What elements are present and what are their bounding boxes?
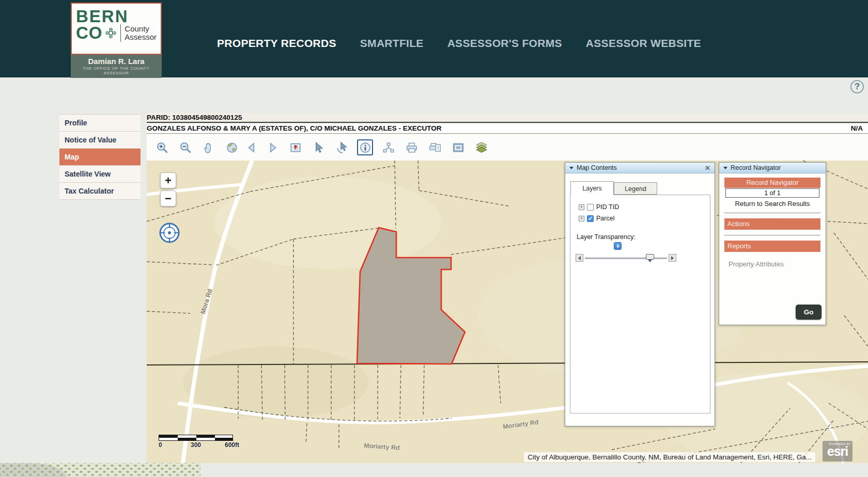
identify-icon[interactable] (334, 139, 350, 155)
sidebar-item-profile[interactable]: Profile (59, 114, 141, 131)
pan-icon[interactable] (200, 139, 216, 155)
app-root: BERN CO County (0, 0, 868, 477)
sidebar-item-satellite-view[interactable]: Satellite View (59, 165, 141, 182)
sidebar-item-map[interactable]: Map (59, 148, 141, 165)
sidebar-item-tax-calculator[interactable]: Tax Calculator (59, 182, 141, 200)
zoom-out-icon[interactable] (177, 139, 193, 155)
checkbox-pid-tid[interactable] (587, 204, 594, 211)
collapse-arrow-icon (569, 167, 574, 169)
record-navigator-body: Record Navigator Return to Search Result… (719, 173, 826, 325)
slider-right-arrow[interactable] (669, 254, 676, 262)
map-contents-header[interactable]: Map Contents ✕ (565, 163, 715, 173)
assessor-office-title: THE OFFICE OF THE COUNTY ASSESSOR (72, 66, 161, 75)
info-icon[interactable] (357, 139, 373, 155)
layers-tab-content: PID TID Parcel Layer Transparency: (570, 195, 710, 414)
owner-row: GONZALES ALFONSO & MARY A (ESTATES OF), … (147, 124, 868, 134)
zoom-in-icon[interactable] (154, 139, 170, 155)
expand-icon[interactable] (579, 216, 584, 221)
logo-divider (120, 24, 121, 42)
esri-brand: esri (823, 446, 853, 457)
next-extent-icon[interactable] (264, 139, 280, 155)
zoom-control: + − (160, 172, 176, 206)
map-contents-tabs: Layers Legend (570, 181, 715, 195)
close-icon[interactable]: ✕ (705, 164, 710, 172)
esri-logo[interactable]: POWERED BY esri (823, 441, 853, 462)
parid-row: PARID: 103804549800240125 (147, 113, 868, 123)
logo-co-text: CO (76, 24, 103, 42)
scale-bar: 0 300 600ft (159, 435, 234, 448)
nav-assessor-website[interactable]: ASSESSOR WEBSITE (586, 37, 701, 50)
export-icon[interactable] (427, 139, 443, 155)
divider (724, 235, 820, 235)
slider-handle[interactable] (646, 254, 654, 260)
scale-tick-0: 0 (159, 441, 162, 449)
bernco-logo[interactable]: BERN CO County (71, 3, 162, 78)
record-navigator-title: Record Navigator (731, 164, 781, 171)
tab-layers[interactable]: Layers (570, 181, 614, 195)
map-contents-title: Map Contents (577, 164, 617, 171)
footer-dots-pattern (0, 463, 200, 477)
zia-sun-icon (105, 26, 117, 40)
assessor-name: Damian R. Lara (72, 57, 161, 66)
checkbox-parcel[interactable] (587, 215, 594, 222)
previous-extent-icon[interactable] (244, 139, 260, 155)
logo-card-bottom: Damian R. Lara THE OFFICE OF THE COUNTY … (71, 55, 162, 78)
print-icon[interactable] (404, 139, 420, 155)
owner-right-value: N/A (851, 124, 863, 133)
full-extent-icon[interactable] (224, 139, 240, 155)
actions-section-bar[interactable]: Actions (724, 218, 820, 230)
scale-tick-300: 300 (191, 441, 201, 449)
record-navigator-panel: Record Navigator Record Navigator Return… (719, 162, 826, 325)
layer-label-parcel: Parcel (596, 215, 614, 222)
property-attributes-link[interactable]: Property Attributes (729, 260, 820, 268)
layer-row-parcel: Parcel (579, 215, 710, 222)
slider-track[interactable] (585, 254, 667, 262)
layer-transparency-label: Layer Transparency: (577, 233, 710, 241)
record-navigator-header[interactable]: Record Navigator (719, 163, 826, 173)
overview-map-icon[interactable] (287, 139, 303, 155)
logo-dept: County Assessor (125, 25, 157, 41)
logo-card-top: BERN CO County (71, 3, 162, 55)
tab-legend[interactable]: Legend (614, 182, 657, 195)
main-nav: PROPERTY RECORDS SMARTFILE ASSESSOR'S FO… (217, 37, 701, 50)
expand-icon[interactable] (579, 204, 584, 210)
sidebar: Profile Notice of Value Map Satellite Vi… (59, 114, 141, 200)
parid-value: PARID: 103804549800240125 (147, 114, 242, 121)
locate-crosshair-button[interactable] (158, 221, 181, 244)
layer-label-pid-tid: PID TID (596, 203, 619, 211)
logo-bern-text: BERN (76, 9, 157, 24)
map-zoom-out-button[interactable]: − (160, 190, 176, 206)
layers-icon[interactable] (473, 139, 489, 155)
record-navigator-section-bar: Record Navigator (724, 178, 820, 188)
site-header: BERN CO County (0, 0, 868, 77)
return-to-search-results-link[interactable]: Return to Search Results (724, 200, 820, 208)
map-zoom-in-button[interactable]: + (160, 172, 176, 188)
record-position-input[interactable] (725, 188, 819, 198)
transparency-stepper[interactable] (614, 242, 622, 250)
layer-row-pid-tid: PID TID (579, 203, 710, 211)
footer-decoration (0, 463, 200, 477)
map-toolbar (147, 134, 868, 161)
select-icon[interactable] (311, 139, 327, 155)
slider-left-arrow[interactable] (576, 254, 583, 262)
full-screen-icon[interactable] (450, 139, 466, 155)
sidebar-item-notice-of-value[interactable]: Notice of Value (59, 131, 141, 148)
map-attribution: City of Albuquerque, Bernalillo County, … (524, 452, 815, 462)
owner-name: GONZALES ALFONSO & MARY A (ESTATES OF), … (147, 124, 442, 132)
map-canvas[interactable]: Mora Rd Moriarty Rd Moriarty Rd + − (147, 161, 868, 463)
measure-icon[interactable] (380, 139, 396, 155)
scale-tick-600ft: 600ft (225, 441, 239, 449)
divider (724, 213, 820, 213)
map-contents-panel: Map Contents ✕ Layers Legend PID TID (565, 162, 715, 426)
transparency-slider (576, 254, 676, 262)
go-button[interactable]: Go (796, 305, 822, 320)
nav-assessors-forms[interactable]: ASSESSOR'S FORMS (447, 37, 562, 50)
help-icon[interactable]: ? (850, 80, 864, 93)
nav-smartfile[interactable]: SMARTFILE (360, 37, 424, 50)
collapse-arrow-icon (723, 167, 727, 169)
reports-section-bar[interactable]: Reports (724, 241, 820, 252)
nav-property-records[interactable]: PROPERTY RECORDS (217, 37, 336, 50)
